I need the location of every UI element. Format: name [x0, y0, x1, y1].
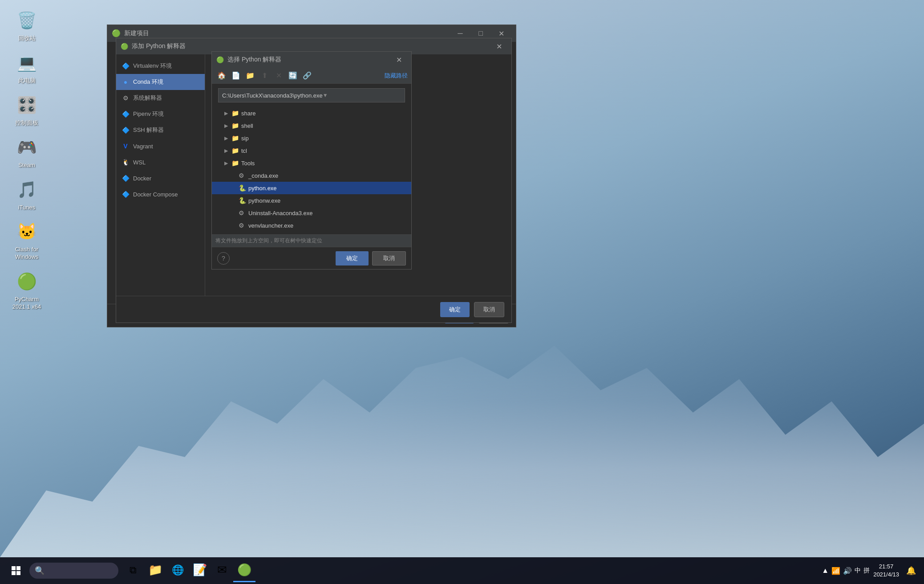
taskbar-taskview[interactable]: ⧉ [122, 559, 144, 582]
my-computer-image: 💻 [15, 51, 38, 74]
file-chooser-footer: ? 确定 取消 [212, 247, 411, 269]
pycharm-image: 🟢 [15, 270, 38, 293]
file-chooser-statusbar: 将文件拖放到上方空间，即可在树中快速定位 [212, 234, 411, 247]
add-interpreter-close[interactable]: ✕ [491, 38, 507, 54]
file-chooser-confirm[interactable]: 确定 [336, 251, 369, 265]
py-icon: 🐍 [239, 184, 247, 192]
taskbar-edge[interactable]: 🌐 [166, 559, 189, 582]
my-computer-icon[interactable]: 💻 此电脑 [9, 51, 45, 85]
tree-item-pythonw-exe[interactable]: 🐍 pythonw.exe [212, 194, 411, 207]
tree-item-shell[interactable]: ▶ 📁 shell [212, 119, 411, 132]
new-file-button[interactable]: 📄 [230, 69, 242, 82]
file-chooser-close[interactable]: ✕ [391, 52, 407, 68]
desktop: 🗑️ 回收站 💻 此电脑 🎛️ 控制面板 🎮 Steam 🎵 iTunes 🐱 … [0, 0, 924, 584]
tree-item-sip[interactable]: ▶ 📁 sip [212, 132, 411, 144]
add-interpreter-confirm[interactable]: 确定 [440, 302, 470, 317]
taskbar-word[interactable]: 📝 [189, 559, 211, 582]
sidebar-item-pipenv[interactable]: 🔷 Pipenv 环境 [116, 106, 205, 122]
delete-button[interactable]: ✕ [272, 69, 285, 82]
system-icon: ⚙ [122, 94, 130, 102]
conda-icon: ● [122, 78, 130, 86]
item-name: Uninstall-Anaconda3.exe [248, 210, 313, 216]
sidebar-item-ssh[interactable]: 🔷 SSH 解释器 [116, 122, 205, 138]
vagrant-icon: V [122, 142, 130, 150]
ssh-label: SSH 解释器 [133, 126, 164, 134]
new-folder-button[interactable]: 📁 [244, 69, 256, 82]
file-chooser-title: 选择 Python 解释器 [227, 56, 391, 64]
pipenv-icon: 🔷 [122, 110, 130, 118]
wsl-label: WSL [133, 159, 146, 166]
tree-item-conda-exe[interactable]: ⚙ _conda.exe [212, 169, 411, 182]
tree-item-share[interactable]: ▶ 📁 share [212, 107, 411, 119]
path-bar-container: C:\Users\TuckX\anaconda3\python.exe ▼ [212, 84, 411, 107]
date-display: 2021/4/13 [873, 571, 899, 579]
svg-rect-3 [16, 571, 20, 575]
sidebar-item-docker[interactable]: 🔷 Docker [116, 170, 205, 186]
sidebar-item-conda[interactable]: ● Conda 环境 [116, 74, 205, 90]
tray-time[interactable]: 21:57 2021/4/13 [873, 563, 899, 579]
item-name: pythonw.exe [248, 197, 280, 204]
taskbar-explorer[interactable]: 📁 [144, 559, 166, 582]
folder-icon: 📁 [231, 159, 239, 167]
recycle-bin-icon[interactable]: 🗑️ 回收站 [9, 9, 45, 42]
path-bar[interactable]: C:\Users\TuckX\anaconda3\python.exe ▼ [218, 88, 405, 102]
new-project-icon: 🟢 [112, 29, 121, 38]
file-tree[interactable]: ▶ 📁 share ▶ 📁 shell ▶ 📁 sip ▶ 📁 tcl [212, 107, 411, 234]
clash-image: 🐱 [15, 220, 38, 243]
folder-icon: 📁 [231, 110, 239, 117]
steam-icon[interactable]: 🎮 Steam [9, 136, 45, 169]
wsl-icon: 🐧 [122, 158, 130, 166]
path-text: C:\Users\TuckX\anaconda3\python.exe [222, 92, 323, 99]
control-panel-image: 🎛️ [15, 94, 38, 117]
sidebar-item-vagrant[interactable]: V Vagrant [116, 138, 205, 154]
taskbar-mail[interactable]: ✉ [211, 559, 233, 582]
notification-icon[interactable]: 🔔 [903, 566, 920, 576]
add-interpreter-icon: 🟢 [121, 43, 128, 50]
taskbar-pycharm[interactable]: 🟢 [233, 559, 255, 582]
tree-item-uninstall[interactable]: ⚙ Uninstall-Anaconda3.exe [212, 207, 411, 219]
volume-icon: 🔊 [843, 567, 852, 575]
sidebar-item-wsl[interactable]: 🐧 WSL [116, 154, 205, 170]
start-button[interactable] [4, 559, 28, 582]
input-icon[interactable]: 拼 [863, 567, 870, 575]
folder-icon: 📁 [231, 147, 239, 154]
search-bar[interactable]: 🔍 [29, 563, 118, 579]
tree-item-tcl[interactable]: ▶ 📁 tcl [212, 144, 411, 157]
tree-item-python-exe[interactable]: 🐍 python.exe [212, 182, 411, 194]
hidden-path-toggle[interactable]: 隐藏路径 [385, 72, 408, 80]
file-chooser-cancel[interactable]: 取消 [372, 251, 406, 265]
interpreter-sidebar: 🔷 Virtualenv 环境 ● Conda 环境 ⚙ 系统解释器 🔷 Pip… [116, 54, 205, 296]
docker-label: Docker [133, 175, 151, 182]
control-panel-icon[interactable]: 🎛️ 控制面板 [9, 94, 45, 127]
item-name: venvlauncher.exe [248, 222, 293, 229]
up-button[interactable]: ⬆ [258, 69, 271, 82]
system-label: 系统解释器 [133, 94, 162, 102]
sidebar-item-virtualenv[interactable]: 🔷 Virtualenv 环境 [116, 58, 205, 74]
lang-icon[interactable]: 中 [855, 567, 861, 575]
clash-label: Clash for Windows [9, 246, 45, 261]
tree-item-tools[interactable]: ▶ 📁 Tools [212, 157, 411, 169]
pycharm-icon[interactable]: 🟢 PyCharm 2021.1 x64 [9, 270, 45, 311]
tree-item-venvlauncher[interactable]: ⚙ venvlauncher.exe [212, 219, 411, 232]
item-name: tcl [241, 147, 247, 154]
home-button[interactable]: 🏠 [215, 69, 228, 82]
itunes-icon[interactable]: 🎵 iTunes [9, 178, 45, 212]
docker-compose-label: Docker Compose [133, 191, 178, 198]
help-button[interactable]: ? [217, 252, 230, 265]
refresh-button[interactable]: 🔄 [287, 69, 299, 82]
add-interpreter-cancel[interactable]: 取消 [474, 302, 504, 317]
docker-compose-icon: 🔷 [122, 190, 130, 198]
new-project-title: 新建项目 [124, 29, 450, 37]
sidebar-item-docker-compose[interactable]: 🔷 Docker Compose [116, 186, 205, 202]
file-chooser-toolbar: 🏠 📄 📁 ⬆ ✕ 🔄 🔗 隐藏路径 [212, 68, 411, 84]
time-display: 21:57 [873, 563, 899, 571]
link-button[interactable]: 🔗 [301, 69, 313, 82]
recycle-bin-label: 回收站 [18, 35, 36, 42]
item-name: sip [241, 135, 249, 142]
sidebar-item-system[interactable]: ⚙ 系统解释器 [116, 90, 205, 106]
clash-icon[interactable]: 🐱 Clash for Windows [9, 220, 45, 261]
exe-icon: ⚙ [239, 209, 247, 216]
conda-label: Conda 环境 [133, 78, 163, 86]
desktop-icons: 🗑️ 回收站 💻 此电脑 🎛️ 控制面板 🎮 Steam 🎵 iTunes 🐱 … [9, 9, 45, 311]
mountain-background [0, 335, 924, 557]
